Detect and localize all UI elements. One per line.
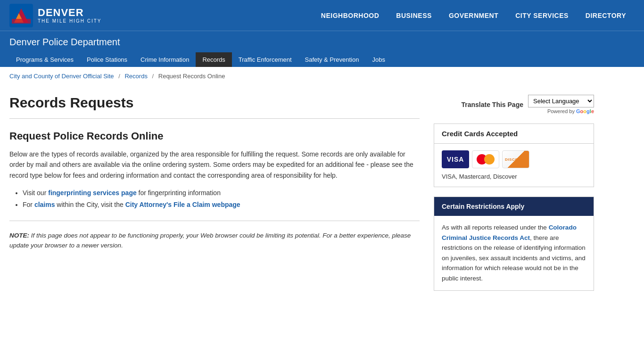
credit-card-widget: Credit Cards Accepted VISA DISCOVER xyxy=(434,123,594,187)
mc-circles xyxy=(477,154,495,165)
subnav-records[interactable]: Records xyxy=(196,52,231,67)
breadcrumb-sep1: / xyxy=(118,73,120,80)
page-title: Records Requests xyxy=(9,95,420,111)
nav-neighborhood[interactable]: NEIGHBORHOOD xyxy=(313,1,388,30)
restrictions-title: Certain Restrictions Apply xyxy=(434,197,594,216)
section-title: Request Police Records Online xyxy=(9,130,420,142)
dept-name: Denver Police Department xyxy=(9,37,635,52)
breadcrumb-section[interactable]: Records xyxy=(124,73,147,80)
logo-text: DENVER THE MILE HIGH CITY xyxy=(38,7,101,24)
mastercard-icon xyxy=(472,150,499,168)
fingerprint-link[interactable]: fingerprinting services page xyxy=(48,189,137,197)
breadcrumb-home[interactable]: City and County of Denver Official Site xyxy=(9,73,114,80)
powered-by: Powered by Google xyxy=(528,108,594,114)
bullet-list: Visit our fingerprinting services page f… xyxy=(9,187,420,211)
top-nav-bar: DENVER THE MILE HIGH CITY NEIGHBORHOOD B… xyxy=(0,0,644,31)
nav-city-services[interactable]: CITY SERVICES xyxy=(507,1,577,30)
section-body-text: Below are the types of records available… xyxy=(9,149,420,181)
denver-subtitle: THE MILE HIGH CITY xyxy=(38,18,101,24)
translate-widget: Select Language Powered by Google xyxy=(528,95,594,114)
logo-area: DENVER THE MILE HIGH CITY xyxy=(9,4,101,27)
restrict-text-pre: As with all reports released under the xyxy=(442,224,549,231)
bullet2-prefix: For xyxy=(23,201,34,208)
section-divider xyxy=(9,221,420,221)
subnav-crime-info[interactable]: Crime Information xyxy=(134,52,196,67)
list-item-fingerprint: Visit our fingerprinting services page f… xyxy=(23,187,420,199)
credit-card-title: Credit Cards Accepted xyxy=(434,124,594,144)
bullet1-prefix: Visit our xyxy=(23,189,48,197)
translate-area: Translate This Page Select Language Powe… xyxy=(434,95,594,114)
google-label: Google xyxy=(576,108,594,114)
discover-icon: DISCOVER xyxy=(502,150,529,168)
restrictions-widget: Certain Restrictions Apply As with all r… xyxy=(434,197,594,291)
subnav-jobs[interactable]: Jobs xyxy=(365,52,391,67)
denver-label: DENVER xyxy=(38,7,101,18)
main-content: Records Requests Request Police Records … xyxy=(9,95,420,300)
city-attorney-link[interactable]: City Attorney's File a Claim webpage xyxy=(125,201,240,208)
dept-bar: Denver Police Department xyxy=(0,31,644,52)
breadcrumb: City and County of Denver Official Site … xyxy=(0,67,644,85)
sidebar: Translate This Page Select Language Powe… xyxy=(434,95,594,300)
subnav-programs[interactable]: Programs & Services xyxy=(9,52,80,67)
subnav-safety[interactable]: Safety & Prevention xyxy=(298,52,366,67)
note-paragraph: NOTE: If this page does not appear to be… xyxy=(9,230,420,251)
nav-business[interactable]: BUSINESS xyxy=(388,1,440,30)
list-item-claims: For claims within the City, visit the Ci… xyxy=(23,199,420,211)
restrictions-body: As with all reports released under the C… xyxy=(434,216,594,290)
breadcrumb-sep2: / xyxy=(152,73,154,80)
card-icons: VISA DISCOVER xyxy=(442,150,586,168)
visa-icon: VISA xyxy=(442,150,469,168)
content-area: Records Requests Request Police Records … xyxy=(0,85,644,310)
svg-rect-3 xyxy=(12,19,31,24)
translate-label: Translate This Page xyxy=(462,101,524,108)
main-nav: NEIGHBORHOOD BUSINESS GOVERNMENT CITY SE… xyxy=(313,1,635,30)
subnav-police-stations[interactable]: Police Stations xyxy=(80,52,134,67)
denver-logo-icon xyxy=(9,4,33,27)
title-divider xyxy=(9,118,420,119)
language-select[interactable]: Select Language xyxy=(528,95,594,107)
nav-directory[interactable]: DIRECTORY xyxy=(577,1,635,30)
subnav-traffic[interactable]: Traffic Enforcement xyxy=(232,52,298,67)
bullet1-suffix: for fingerprinting information xyxy=(137,189,221,197)
breadcrumb-current: Request Records Online xyxy=(158,73,225,80)
bullet2-middle: within the City, visit the xyxy=(55,201,125,208)
nav-government[interactable]: GOVERNMENT xyxy=(440,1,507,30)
note-text: If this page does not appear to be funct… xyxy=(9,232,411,249)
claims-link[interactable]: claims xyxy=(34,201,55,208)
sub-nav: Programs & Services Police Stations Crim… xyxy=(0,52,644,67)
credit-card-body: VISA DISCOVER VISA, Mastercard, Discover xyxy=(434,144,594,187)
note-bold: NOTE: xyxy=(9,232,29,239)
card-text: VISA, Mastercard, Discover xyxy=(442,173,586,180)
